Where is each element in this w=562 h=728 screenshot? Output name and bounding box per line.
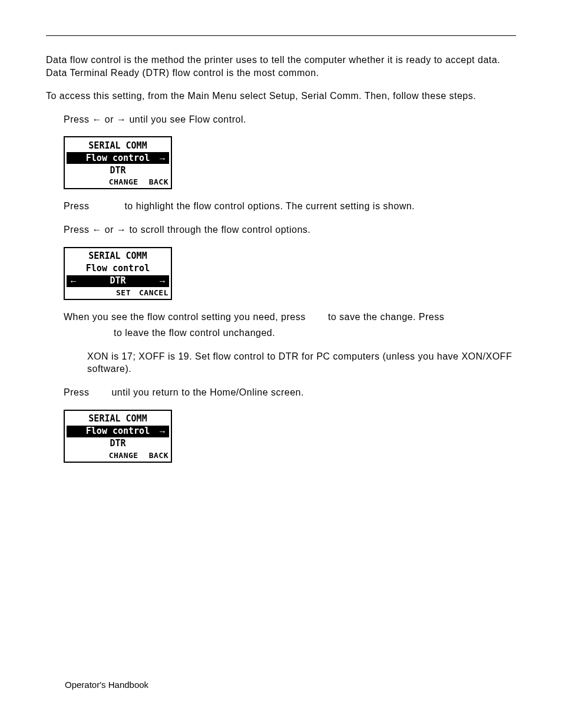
lcd-selected-value: ← DTR → bbox=[67, 275, 169, 287]
lcd-buttons: CHANGE BACK bbox=[65, 177, 171, 187]
intro-paragraph-2: To access this setting, from the Main Me… bbox=[46, 90, 516, 103]
step-4-line-2: to leave the flow control unchanged. bbox=[114, 327, 516, 340]
lcd-change-button: CHANGE bbox=[109, 177, 138, 187]
lcd-value-label: DTR bbox=[110, 275, 125, 287]
right-arrow-icon-2: → bbox=[158, 275, 167, 287]
step-3-text-a: Press bbox=[64, 225, 92, 235]
lcd-back-button-3: BACK bbox=[149, 451, 168, 461]
lcd-item-2: Flow control bbox=[67, 263, 169, 275]
lcd-selected-item: → Flow control → bbox=[67, 152, 169, 164]
lcd-screen-1: SERIAL COMM → Flow control → DTR CHANGE … bbox=[64, 136, 172, 189]
step-4-text-a: When you see the flow control setting yo… bbox=[64, 312, 306, 322]
step-1-text-c: until you see Flow control. bbox=[126, 114, 246, 124]
lcd-screen-3: SERIAL COMM → Flow control → DTR CHANGE … bbox=[64, 410, 172, 463]
step-5: Pressuntil you return to the Home/Online… bbox=[64, 386, 516, 399]
lcd-title-3: SERIAL COMM bbox=[67, 413, 169, 425]
lcd-title-2: SERIAL COMM bbox=[67, 251, 169, 262]
lcd-selected-item-3: → Flow control → bbox=[67, 426, 169, 437]
note-paragraph: XON is 17; XOFF is 19. Set flow control … bbox=[87, 350, 516, 375]
lcd-change-button-3: CHANGE bbox=[109, 451, 138, 461]
right-arrow-icon: → bbox=[158, 153, 167, 164]
lcd-screen-2: SERIAL COMM Flow control ← DTR → SET CAN… bbox=[64, 247, 172, 300]
lcd-title: SERIAL COMM bbox=[67, 140, 169, 151]
left-arrow-glyph: ← bbox=[92, 114, 102, 124]
step-1-text-b: or bbox=[102, 114, 117, 124]
step-2-text-a: Press bbox=[64, 201, 89, 211]
lcd-value: DTR bbox=[67, 164, 169, 176]
left-arrow-icon: ← bbox=[69, 275, 78, 287]
intro-paragraph-1: Data flow control is the method the prin… bbox=[46, 54, 516, 79]
lcd-buttons-3: CHANGE BACK bbox=[65, 450, 171, 461]
step-5-text-a: Press bbox=[64, 387, 89, 397]
header-rule bbox=[46, 35, 516, 36]
lcd-item-label: Flow control bbox=[86, 153, 150, 164]
step-4-line-1: When you see the flow control setting yo… bbox=[64, 311, 516, 324]
lcd-value-3: DTR bbox=[67, 438, 169, 450]
step-2: Pressto highlight the flow control optio… bbox=[64, 200, 516, 213]
lcd-cancel-button: CANCEL bbox=[139, 288, 168, 298]
step-3-text-c: to scroll through the flow control optio… bbox=[126, 225, 310, 235]
step-5-text-b: until you return to the Home/Online scre… bbox=[111, 387, 304, 397]
step-4-text-b: to save the change. Press bbox=[328, 312, 445, 322]
right-arrow-glyph-2: → bbox=[117, 225, 127, 235]
lcd-item-label-3: Flow control bbox=[86, 426, 150, 437]
lcd-buttons-2: SET CANCEL bbox=[65, 288, 171, 298]
left-arrow-glyph-2: ← bbox=[92, 225, 102, 235]
lcd-set-button: SET bbox=[116, 288, 131, 298]
right-arrow-glyph: → bbox=[117, 114, 127, 124]
step-2-text-b: to highlight the flow control options. T… bbox=[124, 201, 415, 211]
footer-text: Operator's Handbook bbox=[65, 680, 148, 690]
step-1: Press ← or → until you see Flow control. bbox=[64, 113, 516, 126]
step-3-text-b: or bbox=[102, 225, 117, 235]
step-1-text-a: Press bbox=[64, 114, 92, 124]
step-3: Press ← or → to scroll through the flow … bbox=[64, 223, 516, 236]
right-arrow-icon-3: → bbox=[158, 426, 167, 437]
lcd-back-button: BACK bbox=[149, 177, 168, 187]
